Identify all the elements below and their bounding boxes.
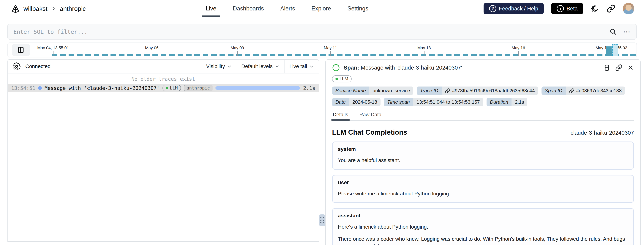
span-header: Span: Message with 'claude-3-haiku-20240… [332,60,634,74]
chevron-down-icon [227,64,232,69]
tab-raw-data-label: Raw Data [360,112,382,117]
span-type-badges: LLM [332,75,634,82]
trace-row-right: LLM anthropic 2.1s [162,85,315,91]
breadcrumb: willbakst anthropic [11,0,86,17]
timeline-selection-region[interactable] [612,44,618,56]
span-fields-row-1: Service Name unknown_service Trace ID #9… [332,87,634,95]
tab-dashboards[interactable]: Dashboards [232,0,265,17]
tick-label: May 04, 13:55:01 [37,46,69,50]
timeline-track[interactable]: May 04, 13:55:01 May 06 May 09 May 11 Ma… [8,43,636,57]
no-older-traces-message: No older traces exist [8,74,319,84]
llm-badge-label: LLM [170,86,178,90]
llm-badge: LLM [162,85,181,91]
trace-row[interactable]: 13:54:51 Message with 'claude-3-haiku-20… [8,84,319,92]
field-label: Trace ID [417,87,442,95]
theme-toggle-button[interactable] [591,4,599,13]
grip-dots-icon [320,217,324,223]
llm-badge-label: LLM [340,76,348,82]
span-id-value: #d08697de343ce138 [576,88,622,94]
tab-dashboards-label: Dashboards [233,5,264,12]
field-label: Service Name [332,87,369,95]
feedback-help-button[interactable]: ? Feedback / Help [484,3,544,14]
service-name-value: unknown_service [372,88,410,94]
tick-label: May 06 [145,46,158,50]
sql-filter-input[interactable] [14,29,609,35]
field-value: unknown_service [369,87,413,95]
tick-label: May 13 [418,46,431,50]
span-detail-tabs: Details Raw Data [332,112,634,121]
trace-duration: 2.1s [303,85,315,91]
message-content: Here's a limerick about Python logging: [338,223,628,231]
visibility-dropdown[interactable]: Visibility [201,60,236,73]
timeline-tick: May 16 [518,51,519,56]
time-span-value: 13:54:51.044 to 13:54:53.157 [416,99,480,105]
gear-icon[interactable] [13,63,20,70]
share-link-button[interactable] [607,4,615,13]
field-label: Time span [384,98,413,106]
span-detail-panel: Span: Message with 'claude-3-haiku-20240… [325,59,641,245]
llm-badge: LLM [332,75,352,82]
span-title-text: Message with 'claude-3-haiku-20240307' [361,65,462,71]
timeline-tick: May 11 [330,51,331,56]
chevron-down-icon [275,64,279,69]
live-tail-dropdown[interactable]: Live tail [284,60,319,73]
tab-raw-data[interactable]: Raw Data [359,112,382,120]
link-icon [445,88,450,93]
span-title: Span: Message with 'claude-3-haiku-20240… [344,65,462,71]
default-levels-dropdown[interactable]: Default levels [236,60,284,73]
moon-rays-icon [591,4,599,13]
filter-icons: ⋯ [609,28,630,36]
timeline-dashed-series [52,54,636,56]
tab-settings[interactable]: Settings [346,0,369,17]
tab-alerts[interactable]: Alerts [279,0,296,17]
question-icon: ? [489,5,496,12]
live-tail-label: Live tail [290,63,307,69]
main-nav-tabs: Live Dashboards Alerts Explore Settings [204,0,369,17]
more-options-icon[interactable]: ⋯ [623,30,630,34]
message-role: user [338,179,628,185]
tab-explore[interactable]: Explore [310,0,332,17]
info-icon: i [557,5,564,12]
tab-live[interactable]: Live [204,0,218,17]
default-levels-label: Default levels [241,63,272,69]
resizer-grip-handle[interactable] [319,214,326,226]
chevron-down-icon [309,64,314,69]
timeline-tick: May 13 [424,51,424,56]
close-panel-button[interactable] [627,64,634,71]
span-fields-row-2: Date 2024-05-18 Time span 13:54:51.044 t… [332,98,634,106]
user-avatar[interactable] [623,3,634,14]
duration-bar [216,86,300,90]
trace-list-controls: Visibility Default levels Live tail [201,60,319,73]
trace-id-value: #973fba5919cf9c618aafdb2635f68c44 [452,88,535,94]
copy-link-button[interactable] [615,64,622,71]
app: willbakst anthropic Live Dashboards Aler… [0,0,644,245]
beta-button[interactable]: i Beta [551,3,583,14]
field-value[interactable]: #d08697de343ce138 [566,87,625,95]
split-view-button[interactable] [604,64,610,71]
timeline-tick: May 04, 13:55:01 [53,51,54,56]
tab-details[interactable]: Details [332,112,349,120]
span-title-label: Span: [344,65,359,71]
split-panel-icon [604,64,610,71]
field-label: Date [332,98,349,106]
sql-filter-bar: ⋯ [8,24,636,40]
tick-label: May 09 [230,46,244,50]
panel-resizer[interactable] [319,59,325,242]
search-icon[interactable] [609,28,617,36]
breadcrumb-project[interactable]: anthropic [60,5,86,12]
message-card-system: system You are a helpful assistant. [332,141,634,170]
field-value: 2024-05-18 [349,98,380,106]
date-value: 2024-05-18 [352,99,377,105]
field-value[interactable]: #973fba5919cf9c618aafdb2635f68c44 [442,87,538,95]
link-icon [607,4,615,13]
tab-explore-label: Explore [312,5,331,12]
field-service-name: Service Name unknown_service [332,87,413,95]
breadcrumb-org[interactable]: willbakst [24,5,47,12]
tab-alerts-label: Alerts [280,5,295,12]
app-logo-icon[interactable] [11,4,20,13]
sidebar-toggle-button[interactable] [12,44,30,56]
top-nav: willbakst anthropic Live Dashboards Aler… [0,0,644,17]
message-role: assistant [338,213,628,219]
field-label: Duration [486,98,512,106]
field-time-span: Time span 13:54:51.044 to 13:54:53.157 [384,98,483,106]
